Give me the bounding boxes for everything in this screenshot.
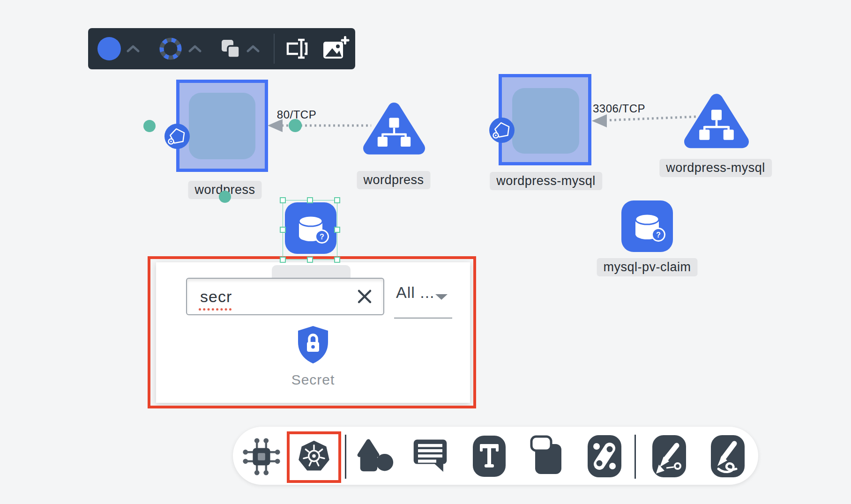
layers-icon: [220, 38, 241, 59]
chevron-up-icon: [127, 44, 140, 53]
node-label[interactable]: wordpress-mysql: [659, 159, 772, 177]
palette-divider: [345, 435, 346, 479]
palette-divider: [635, 435, 636, 479]
selection-handle[interactable]: [334, 197, 340, 203]
clear-search-icon[interactable]: [356, 288, 373, 305]
pod-shape[interactable]: [189, 93, 255, 159]
text-tool-icon[interactable]: [473, 436, 506, 477]
microchip-tool-icon[interactable]: [241, 437, 282, 477]
category-filter-dropdown[interactable]: All ...: [396, 283, 435, 302]
link-tool-icon[interactable]: [588, 435, 621, 477]
style-toolbar: [88, 28, 355, 69]
mysql-pv-claim-icon[interactable]: ?: [621, 200, 673, 252]
chevron-up-icon: [188, 44, 202, 53]
secret-result-icon[interactable]: [296, 325, 330, 364]
kubernetes-tool-highlight: [287, 431, 341, 483]
dashed-ring-icon: [158, 37, 183, 61]
selection-box[interactable]: [283, 200, 337, 260]
node-label[interactable]: wordpress-mysql: [490, 172, 602, 190]
freehand-pen-tool-icon[interactable]: [711, 435, 745, 477]
diagram-canvas[interactable]: { "colors": { "primary_blue": "#3e6fe9",…: [0, 0, 851, 504]
comment-tool-icon[interactable]: [412, 437, 448, 474]
add-image-icon: [322, 36, 350, 61]
stroke-style-expander[interactable]: [188, 44, 202, 53]
selection-handle[interactable]: [280, 197, 286, 203]
dropdown-underline: [394, 318, 452, 319]
layers-expander[interactable]: [246, 44, 260, 53]
selection-handle[interactable]: [334, 227, 340, 233]
deployment-badge-icon[interactable]: [164, 123, 190, 149]
connector-dot[interactable]: [289, 119, 302, 132]
selection-handle[interactable]: [307, 257, 313, 263]
deployment-badge-icon[interactable]: [489, 117, 515, 143]
selection-handle[interactable]: [334, 257, 340, 263]
selection-handle[interactable]: [280, 257, 286, 263]
edge-label: 3306/TCP: [593, 102, 645, 115]
layers-button[interactable]: [220, 38, 241, 59]
add-image-button[interactable]: [322, 36, 350, 61]
connector-dot[interactable]: [143, 120, 156, 132]
svg-text:?: ?: [656, 231, 661, 239]
toolbar-divider: [274, 34, 275, 64]
rename-button[interactable]: [285, 38, 309, 59]
dropdown-chevron-icon[interactable]: [435, 294, 448, 300]
chevron-up-icon: [246, 44, 260, 53]
fill-style-button[interactable]: [88, 37, 121, 60]
node-label[interactable]: mysql-pv-claim: [597, 258, 697, 276]
wordpress-service-icon[interactable]: [363, 97, 425, 162]
node-label[interactable]: wordpress: [357, 171, 430, 189]
smart-pen-tool-icon[interactable]: [652, 435, 686, 477]
pod-shape[interactable]: [512, 88, 579, 154]
frame-tool-icon[interactable]: [530, 435, 565, 478]
selection-handle[interactable]: [280, 227, 286, 233]
shapes-tool-icon[interactable]: [355, 438, 395, 475]
resource-search-input[interactable]: [186, 278, 384, 315]
fill-color-swatch-icon: [97, 37, 121, 60]
selection-handle[interactable]: [307, 197, 313, 203]
secret-result-label[interactable]: Secret: [291, 372, 335, 388]
connector-dot[interactable]: [219, 191, 231, 203]
rename-icon: [285, 38, 309, 59]
wordpress-mysql-service-icon[interactable]: [683, 90, 750, 155]
stroke-style-button[interactable]: [158, 37, 183, 61]
fill-style-expander[interactable]: [127, 44, 140, 53]
